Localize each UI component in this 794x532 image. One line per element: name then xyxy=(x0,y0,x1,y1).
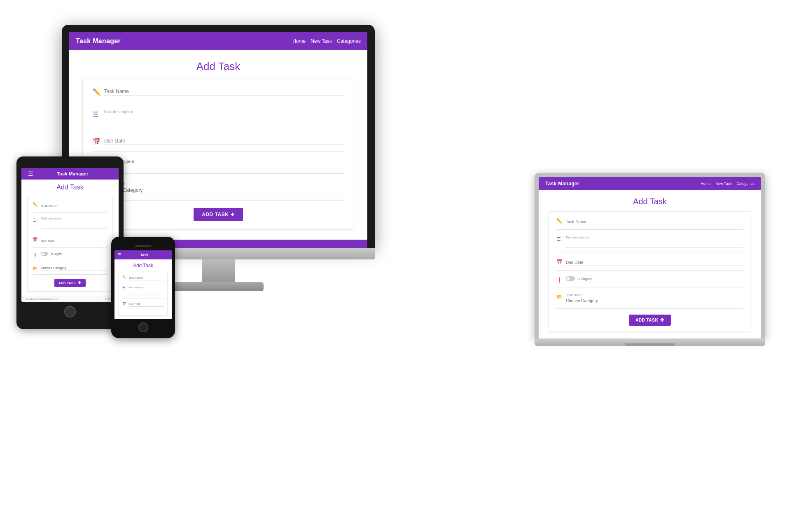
tablet-is-urgent-field: ❗ Is Urgent xyxy=(33,252,107,261)
tablet-home-button[interactable] xyxy=(64,306,76,317)
tablet-btn-container: ADD TASK ✚ xyxy=(33,279,107,287)
monitor-due-date-field: 📅 xyxy=(93,137,344,152)
tablet-page-title: Add Task xyxy=(27,184,113,191)
tablet-brand: Task Manager xyxy=(57,171,88,176)
laptop-content: Add Task ✏️ ☰ Task xyxy=(539,190,761,338)
laptop-due-date-body xyxy=(566,258,743,266)
phone-speaker xyxy=(135,245,152,247)
tablet-add-task-button[interactable]: ADD TASK ✚ xyxy=(54,279,86,287)
monitor-brand: Task Manager xyxy=(76,37,121,45)
laptop-category-body: Task Name Choose Category xyxy=(566,293,743,304)
phone-task-desc-field: ☰ Task description xyxy=(122,286,164,299)
laptop-urgent-toggle[interactable] xyxy=(566,276,575,281)
laptop-due-date-field: 📅 xyxy=(556,258,743,271)
tablet-calendar-icon: 📅 xyxy=(33,237,37,242)
laptop-task-name-body xyxy=(566,217,743,225)
monitor-btn-container: ADD TASK ✚ xyxy=(93,208,344,221)
laptop-navbar: Task Manager Home New Task Categories xyxy=(539,177,761,190)
laptop-nav-home[interactable]: Home xyxy=(701,182,711,186)
tablet-task-name-field: ✏️ xyxy=(33,201,107,213)
phone-task-name-input[interactable] xyxy=(128,275,164,280)
monitor-nav-home[interactable]: Home xyxy=(292,38,306,44)
tablet-category-select[interactable]: Choose Category xyxy=(41,265,107,271)
tablet-due-date-field: 📅 xyxy=(33,236,107,248)
laptop-nav-categories[interactable]: Categories xyxy=(736,182,754,186)
monitor-task-name-input[interactable] xyxy=(104,88,344,96)
tablet-hamburger-icon[interactable]: ☰ xyxy=(28,170,33,177)
laptop-task-desc-label: Task description xyxy=(565,236,743,239)
phone-pencil-icon: ✏️ xyxy=(122,275,126,279)
tablet-urgent-toggle[interactable] xyxy=(41,252,48,256)
tablet-form-card: ✏️ ☰ Task description xyxy=(27,197,113,292)
phone-due-date-input[interactable] xyxy=(128,302,164,307)
monitor-category-row: Choose Category xyxy=(104,187,344,194)
laptop-task-desc-field: ☰ Task description xyxy=(556,236,743,252)
monitor-list-icon: ☰ xyxy=(93,110,100,118)
laptop-add-task-label: ADD TASK xyxy=(635,318,658,322)
monitor-task-desc-field: ☰ Task description xyxy=(93,110,344,129)
laptop-is-urgent-field: ❗ Is Urgent xyxy=(556,276,743,287)
phone-task-desc-input[interactable] xyxy=(127,291,164,296)
tablet-screen: ☰ Task Manager Add Task ✏️ xyxy=(21,168,119,302)
laptop-base xyxy=(535,338,765,346)
monitor-task-desc-label: Task description xyxy=(103,110,344,114)
phone-navbar: ☰ Task · xyxy=(114,250,172,259)
monitor-nav-categories[interactable]: Categories xyxy=(337,38,361,44)
monitor-is-urgent-field: ❗ Is Urgent xyxy=(93,159,344,174)
tablet-task-desc-body: Task description xyxy=(41,217,107,229)
tablet-due-date-body xyxy=(41,236,107,244)
tablet-task-name-body xyxy=(41,201,107,209)
monitor-add-task-button[interactable]: ADD TASK ✚ xyxy=(194,208,243,221)
tablet-task-desc-input[interactable] xyxy=(41,223,107,229)
laptop-urgent-icon: ❗ xyxy=(556,277,563,283)
tablet-category-row: Choose Category xyxy=(41,265,107,271)
monitor-pencil-icon: ✏️ xyxy=(93,88,101,96)
laptop-due-date-input[interactable] xyxy=(566,259,743,266)
laptop-page-title: Add Task xyxy=(549,197,751,206)
monitor-task-name-field: ✏️ xyxy=(93,87,344,102)
monitor-is-urgent-body: Is Urgent xyxy=(104,159,344,164)
laptop-urgent-label: Is Urgent xyxy=(577,277,593,281)
laptop-add-task-button[interactable]: ADD TASK ✚ xyxy=(629,315,670,326)
monitor-task-desc-body: Task description xyxy=(103,110,344,123)
tablet-footer: For educational purposes only © Code... xyxy=(21,296,119,302)
tablet-footer-text: For educational purposes only xyxy=(25,298,58,300)
laptop-nav-links: Home New Task Categories xyxy=(701,182,754,186)
tablet-urgent-icon: ❗ xyxy=(33,253,37,257)
tablet-category-body: Choose Category xyxy=(41,265,107,271)
phone-hamburger-icon[interactable]: ☰ xyxy=(118,253,121,257)
phone-task-name-field: ✏️ xyxy=(122,275,164,283)
laptop-btn-container: ADD TASK ✚ xyxy=(556,315,743,326)
monitor-nav-new-task[interactable]: New Task xyxy=(311,38,332,44)
tablet-folder-icon: 📂 xyxy=(33,266,37,271)
laptop-task-name-input[interactable] xyxy=(566,219,743,225)
monitor-category-field: 📂 Task Name Choose Category xyxy=(93,181,344,201)
laptop-nav-new-task[interactable]: New Task xyxy=(716,182,732,186)
monitor-nav-links: Home New Task Categories xyxy=(292,38,361,44)
monitor-category-select[interactable]: Choose Category xyxy=(104,187,344,194)
tablet-navbar: ☰ Task Manager xyxy=(21,168,119,180)
monitor-due-date-input[interactable] xyxy=(104,137,344,145)
laptop-list-icon: ☰ xyxy=(556,236,562,242)
tablet-urgent-label: Is Urgent xyxy=(51,252,62,255)
scene: Task Manager Home New Task Categories Ad… xyxy=(0,0,794,532)
monitor-add-task-label: ADD TASK xyxy=(202,212,229,217)
laptop-task-desc-input[interactable] xyxy=(565,241,743,248)
laptop-screen: Task Manager Home New Task Categories Ad… xyxy=(539,177,761,338)
tablet: ☰ Task Manager Add Task ✏️ xyxy=(16,156,124,329)
phone-task-desc-label: Task description xyxy=(127,286,164,289)
monitor-task-desc-input[interactable] xyxy=(103,115,344,123)
laptop-task-desc-body: Task description xyxy=(565,236,743,248)
tablet-due-date-input[interactable] xyxy=(41,238,107,244)
laptop-category-label: Task Name xyxy=(566,293,743,297)
tablet-add-task-plus-icon: ✚ xyxy=(78,281,82,285)
tablet-task-desc-field: ☰ Task description xyxy=(33,217,107,232)
laptop-category-row: Choose Category xyxy=(566,298,743,304)
phone-frame: ☰ Task · Add Task ✏️ ☰ xyxy=(111,237,175,338)
phone-home-button[interactable] xyxy=(138,322,148,332)
monitor-stand-base xyxy=(173,282,264,291)
monitor-navbar: Task Manager Home New Task Categories xyxy=(69,32,367,50)
laptop-category-select[interactable]: Choose Category xyxy=(566,298,743,304)
monitor-category-body: Task Name Choose Category xyxy=(104,181,344,194)
tablet-task-name-input[interactable] xyxy=(41,203,107,209)
